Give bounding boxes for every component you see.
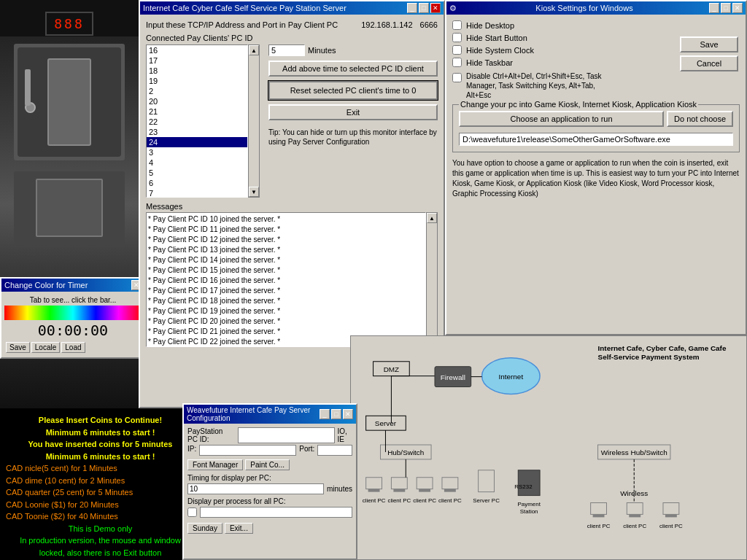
timer-body: Tab to see... click the bar... 00:00:00 … bbox=[1, 292, 144, 357]
list-item[interactable]: 7 bbox=[147, 188, 247, 198]
info-line: locked, also there is no Exit button bbox=[6, 547, 195, 559]
config-font-btn[interactable]: Font Manager bbox=[187, 459, 243, 470]
kiosk-save-btn[interactable]: Save bbox=[680, 36, 738, 52]
info-line: CAD nicle(5 cent) for 1 Minutes bbox=[6, 462, 195, 475]
timer-buttons-row: Save Locale Load bbox=[4, 341, 142, 354]
kiosk-close-btn[interactable]: ✕ bbox=[732, 3, 743, 13]
message-line: * Pay Client PC ID 13 joined the server.… bbox=[148, 245, 424, 255]
svg-rect-31 bbox=[479, 470, 495, 492]
hide-clock-cb[interactable] bbox=[452, 45, 462, 55]
config-close-btn[interactable]: ✕ bbox=[343, 409, 353, 419]
svg-rect-19 bbox=[366, 478, 382, 489]
hide-taskbar-label: Hide Taskbar bbox=[466, 58, 513, 67]
kiosk-section-label: Change your pc into Game Kiosk, Internet… bbox=[459, 100, 698, 109]
svg-rect-25 bbox=[417, 478, 433, 489]
messages-section: Messages * Pay Client PC ID 10 joined th… bbox=[146, 202, 438, 347]
config-title: Weavefuture Internet Cafe Pay Server Con… bbox=[187, 406, 320, 422]
minutes-input[interactable] bbox=[268, 44, 305, 56]
kiosk-title-buttons: _ □ ✕ bbox=[709, 3, 743, 13]
main-titlebar: Internet Cafe Cyber Cafe Self Service Pa… bbox=[140, 1, 444, 15]
config-label-ip: IP: bbox=[187, 445, 196, 456]
svg-rect-23 bbox=[393, 489, 405, 492]
list-item[interactable]: 24 bbox=[147, 137, 247, 147]
list-item[interactable]: 16 bbox=[147, 45, 247, 55]
msg-scrollbar[interactable]: ▲ ▼ bbox=[426, 212, 438, 347]
port-value: 6666 bbox=[420, 20, 438, 29]
info-line: CAD quarter (25 cent) for 5 Minutes bbox=[6, 486, 195, 499]
list-item[interactable]: 19 bbox=[147, 76, 247, 86]
message-line: * Pay Client PC ID 16 joined the server.… bbox=[148, 276, 424, 286]
list-item[interactable]: 4 bbox=[147, 158, 247, 168]
config-display-label: Display per process for all PC: bbox=[187, 497, 352, 505]
svg-text:client PC: client PC bbox=[659, 523, 683, 529]
config-exit-btn[interactable]: Exit... bbox=[225, 523, 253, 534]
list-item[interactable]: 18 bbox=[147, 66, 247, 76]
timer-load-btn[interactable]: Load bbox=[61, 342, 85, 353]
kiosk-minimize-btn[interactable]: _ bbox=[709, 3, 719, 13]
list-item[interactable]: 3 bbox=[147, 147, 247, 158]
svg-rect-22 bbox=[391, 478, 407, 489]
hide-start-cb[interactable] bbox=[452, 33, 462, 42]
messages-box[interactable]: * Pay Client PC ID 10 joined the server.… bbox=[146, 212, 426, 347]
list-item[interactable]: 6 bbox=[147, 178, 247, 188]
add-time-btn[interactable]: Add above time to selected PC ID client bbox=[268, 61, 438, 77]
disable-keys-cb[interactable] bbox=[452, 73, 462, 82]
kiosk-title: Kiosk Settings for Windows bbox=[535, 4, 632, 12]
main-maximize-btn[interactable]: □ bbox=[419, 3, 429, 13]
exit-btn[interactable]: Exit bbox=[268, 104, 438, 120]
bottom-left-panel: Please Insert Coins to Continue!Minimum … bbox=[0, 408, 201, 560]
message-line: * Pay Client PC ID 20 joined the server.… bbox=[148, 316, 424, 327]
config-port-input[interactable] bbox=[317, 445, 352, 456]
list-item[interactable]: 22 bbox=[147, 117, 247, 127]
config-minimize-btn[interactable]: _ bbox=[320, 409, 330, 419]
message-line: * Pay Client PC ID 11 joined the server.… bbox=[148, 225, 424, 235]
svg-text:client PC: client PC bbox=[623, 523, 646, 529]
config-timing-input[interactable] bbox=[187, 483, 324, 494]
list-item[interactable]: 20 bbox=[147, 96, 247, 106]
tip-text: Tip: You can hide or turn up this monito… bbox=[268, 128, 438, 147]
list-scrollbar[interactable]: ▲ ▼ bbox=[248, 44, 260, 198]
timer-locale-btn[interactable]: Locale bbox=[31, 342, 60, 353]
list-item[interactable]: 2 bbox=[147, 86, 247, 96]
hide-desktop-cb[interactable] bbox=[452, 20, 462, 30]
main-body: Input these TCP/IP Address and Port in P… bbox=[140, 15, 444, 353]
list-item[interactable]: 5 bbox=[147, 168, 247, 178]
ip-label: Input these TCP/IP Address and Port in P… bbox=[146, 20, 354, 29]
hide-taskbar-cb[interactable] bbox=[452, 58, 462, 67]
app-path-input[interactable] bbox=[459, 133, 733, 146]
list-item[interactable]: 23 bbox=[147, 127, 247, 137]
config-paint-btn[interactable]: Paint Co... bbox=[245, 459, 290, 470]
main-close-btn[interactable]: ✕ bbox=[430, 3, 441, 13]
svg-text:Station: Station bbox=[520, 508, 538, 515]
timer-save-btn[interactable]: Save bbox=[6, 342, 30, 353]
kiosk-maximize-btn[interactable]: □ bbox=[721, 3, 731, 13]
config-minutes-label: minutes bbox=[327, 485, 352, 493]
pc-id-list[interactable]: 1617181922021222324345678 bbox=[146, 44, 248, 198]
config-sunday-btn[interactable]: Sunday bbox=[187, 523, 222, 534]
do-not-choose-btn[interactable]: Do not choose bbox=[667, 111, 733, 127]
choose-app-btn[interactable]: Choose an application to run bbox=[459, 111, 664, 127]
message-line: * Pay Client PC ID 14 joined the server.… bbox=[148, 255, 424, 265]
config-label-port: Port: bbox=[299, 445, 314, 456]
kiosk-cancel-btn[interactable]: Cancel bbox=[680, 55, 738, 71]
color-bar[interactable] bbox=[4, 306, 142, 320]
timer-info: Tab to see... click the bar... bbox=[4, 295, 142, 306]
config-ip-input[interactable] bbox=[199, 445, 296, 456]
hide-start-label: Hide Start Button bbox=[466, 34, 527, 42]
config-cb1[interactable] bbox=[187, 508, 197, 517]
main-minimize-btn[interactable]: _ bbox=[407, 3, 417, 13]
hide-clock-label: Hide System Clock bbox=[466, 46, 534, 55]
config-display-input[interactable] bbox=[200, 507, 352, 518]
list-item[interactable]: 21 bbox=[147, 106, 247, 117]
config-pcid-input[interactable] bbox=[238, 427, 335, 443]
info-line: You have inserted coins for 5 minutes bbox=[6, 438, 195, 451]
svg-text:DMZ: DMZ bbox=[384, 365, 400, 373]
message-line: * Pay Client PC ID 18 joined the server.… bbox=[148, 296, 424, 306]
message-line: * Pay Client PC ID 12 joined the server.… bbox=[148, 235, 424, 245]
config-maximize-btn[interactable]: □ bbox=[331, 409, 341, 419]
save-cancel-row: Save Cancel bbox=[680, 36, 738, 71]
svg-text:Payment: Payment bbox=[518, 501, 541, 508]
reset-btn[interactable]: Reset selected PC client's time to 0 bbox=[268, 81, 438, 100]
list-item[interactable]: 17 bbox=[147, 55, 247, 66]
svg-text:client PC: client PC bbox=[363, 498, 386, 505]
